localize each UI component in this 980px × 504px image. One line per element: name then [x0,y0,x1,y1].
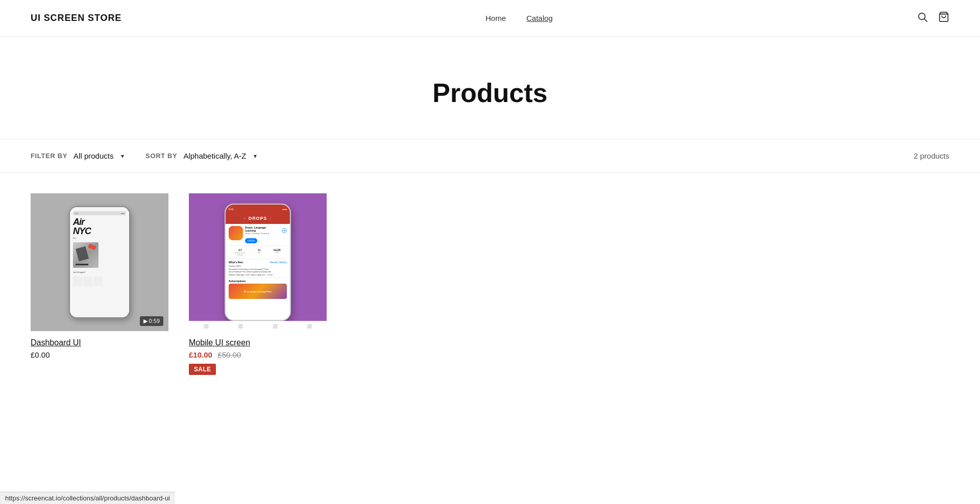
product-image-2[interactable]: 9:41 ●●● ← DROPS ⋮ [189,193,327,331]
product-name-1: Dashboard UI [31,338,168,347]
phone-screen-1: 9:41 ●●● AirNYC hor [70,207,129,317]
product-count: 2 products [914,152,949,160]
status-url: https://screencat.io/collections/all/pro… [5,494,170,502]
product-price-1: £0.00 [31,350,168,359]
filter-bar: FILTER BY All products ▾ SORT BY Alphabe… [0,139,980,173]
filter-by-group: FILTER BY All products ▾ [31,152,125,160]
site-logo[interactable]: UI SCREEN STORE [31,13,121,23]
nav-home[interactable]: Home [485,14,506,22]
product-card-1[interactable]: 9:41 ●●● AirNYC hor [31,193,168,375]
sort-by-group: SORT BY Alphabetically, A-Z Alphabetical… [145,152,258,160]
filter-by-select[interactable]: All products [74,152,125,160]
product-image-bg-1: 9:41 ●●● AirNYC hor [31,193,168,331]
sort-by-select[interactable]: Alphabetically, A-Z Alphabetically, Z-A … [183,152,258,160]
product-sale-price-2: £10.00 [189,350,212,359]
phone-mockup-2: 9:41 ●●● ← DROPS ⋮ [225,204,291,321]
filter-by-label: FILTER BY [31,152,67,160]
product-card-2[interactable]: 9:41 ●●● ← DROPS ⋮ [189,193,327,375]
products-section: 9:41 ●●● AirNYC hor [0,173,980,395]
product-image-bg-2: 9:41 ●●● ← DROPS ⋮ [189,193,327,331]
product-image-1[interactable]: 9:41 ●●● AirNYC hor [31,193,168,331]
page-title-section: Products [0,37,980,139]
product-name-2: Mobile UI screen [189,338,327,347]
sort-by-wrapper[interactable]: Alphabetically, A-Z Alphabetically, Z-A … [183,152,258,160]
cart-icon[interactable] [938,11,949,25]
phone-mockup-1: 9:41 ●●● AirNYC hor [69,206,130,318]
sort-by-label: SORT BY [145,152,177,160]
main-nav: Home Catalog [485,14,553,22]
svg-line-1 [924,19,927,21]
product-price-group-2: £10.00 £50.00 [189,350,327,360]
product-original-price-2: £50.00 [217,350,241,359]
sale-badge-2: SALE [189,364,216,375]
site-header: UI SCREEN STORE Home Catalog [0,0,980,37]
filter-by-wrapper[interactable]: All products ▾ [74,152,125,160]
phone-screen-2: 9:41 ●●● ← DROPS ⋮ [226,205,290,320]
filter-sort-controls: FILTER BY All products ▾ SORT BY Alphabe… [31,152,258,160]
page-title: Products [0,78,980,108]
status-bar-bottom: https://screencat.io/collections/all/pro… [0,492,175,504]
products-grid: 9:41 ●●● AirNYC hor [31,193,643,375]
header-actions [917,11,949,25]
search-icon[interactable] [917,11,928,25]
video-badge-1: ▶ 0:59 [140,316,163,326]
nav-catalog[interactable]: Catalog [526,14,553,22]
